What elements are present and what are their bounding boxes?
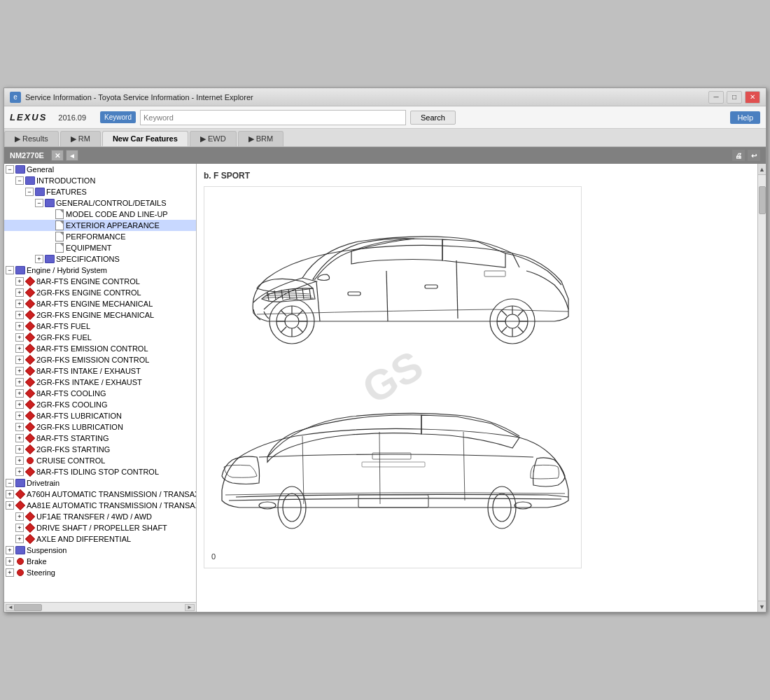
tree-item[interactable]: +8AR-FTS LUBRICATION [4, 410, 196, 421]
tree-item[interactable]: +AA81E AUTOMATIC TRANSMISSION / TRANSAXL… [4, 500, 196, 511]
tree-item[interactable]: −GENERAL/CONTROL/DETAILS [4, 197, 196, 209]
book-icon [45, 198, 55, 208]
minimize-button[interactable]: ─ [708, 91, 724, 104]
tree-item[interactable]: PERFORMANCE [4, 231, 196, 242]
tree-toggle-button[interactable]: + [15, 311, 24, 319]
tree-item[interactable]: +8AR-FTS EMISSION CONTROL [4, 343, 196, 354]
tab-brm[interactable]: ▶ BRM [238, 131, 284, 146]
keyword-button[interactable]: Keyword [100, 111, 136, 123]
tree-item[interactable]: +2GR-FKS EMISSION CONTROL [4, 354, 196, 365]
tree-item[interactable]: −General [4, 164, 196, 175]
tree-item-label: PERFORMANCE [66, 232, 126, 241]
tree-item[interactable]: +8AR-FTS IDLING STOP CONTROL [4, 466, 196, 477]
horizontal-scrollbar[interactable]: ◄ ► [4, 602, 196, 612]
tree-toggle-button[interactable]: + [15, 344, 24, 353]
tree-toggle-button[interactable]: + [15, 512, 24, 521]
tree-toggle-button[interactable]: + [35, 255, 43, 263]
tree-item[interactable]: MODEL CODE AND LINE-UP [4, 209, 196, 220]
svg-line-19 [518, 327, 524, 332]
tree-toggle-button[interactable]: − [6, 479, 14, 487]
tree-toggle-button[interactable]: + [15, 468, 24, 476]
tree-toggle-button[interactable]: − [15, 176, 24, 185]
tree-item[interactable]: +2GR-FKS ENGINE CONTROL [4, 287, 196, 298]
tree-toggle-button[interactable]: − [6, 165, 14, 174]
tree-item[interactable]: +A760H AUTOMATIC TRANSMISSION / TRANSAXL… [4, 489, 196, 500]
tree-toggle-button[interactable]: − [35, 199, 43, 207]
tree-toggle-button[interactable]: + [15, 356, 24, 364]
tree-item[interactable]: +UF1AE TRANSFER / 4WD / AWD [4, 511, 196, 522]
scroll-thumb[interactable] [14, 604, 42, 611]
tree-item[interactable]: +DRIVE SHAFT / PROPELLER SHAFT [4, 522, 196, 533]
tree-toggle-button[interactable]: + [6, 568, 14, 577]
tree-toggle-button[interactable]: − [6, 266, 14, 274]
tree-item[interactable]: +CRUISE CONTROL [4, 455, 196, 466]
tree-item[interactable]: −FEATURES [4, 186, 196, 197]
tree-toggle-button[interactable]: + [15, 322, 24, 330]
tree-toggle-button[interactable]: + [15, 412, 24, 420]
tree-item[interactable]: +2GR-FKS LUBRICATION [4, 421, 196, 433]
tree-toggle-button[interactable]: + [15, 288, 24, 297]
tree-item[interactable]: +Steering [4, 567, 196, 578]
doc-icon [55, 220, 64, 230]
scroll-thumb-right[interactable] [759, 186, 766, 214]
search-button[interactable]: Search [410, 111, 456, 125]
tree-item[interactable]: +8AR-FTS INTAKE / EXHAUST [4, 365, 196, 377]
browser-title: Service Information - Toyota Service Inf… [25, 93, 708, 102]
search-input[interactable] [140, 110, 406, 125]
scroll-right-arrow[interactable]: ► [185, 604, 195, 611]
tree-toggle-button[interactable]: + [6, 490, 14, 498]
tree-toggle-button[interactable]: + [15, 277, 24, 286]
tree-item[interactable]: +2GR-FKS INTAKE / EXHAUST [4, 377, 196, 388]
tree-item[interactable]: +8AR-FTS STARTING [4, 433, 196, 444]
doc-print-button[interactable]: 🖨 [732, 150, 745, 161]
tree-item[interactable]: +2GR-FKS STARTING [4, 444, 196, 455]
tree-item[interactable]: +2GR-FKS COOLING [4, 399, 196, 410]
tree-toggle-button[interactable]: + [15, 423, 24, 431]
doc-back-button[interactable]: ↩ [748, 150, 760, 161]
tree-toggle-button[interactable]: + [15, 445, 24, 454]
tree-toggle-button[interactable]: + [15, 367, 24, 375]
help-button[interactable]: Help [730, 111, 760, 124]
tree-toggle-button[interactable]: + [15, 434, 24, 442]
tree-toggle-button[interactable]: + [15, 389, 24, 398]
close-button[interactable]: ✕ [745, 91, 760, 104]
tree-item[interactable]: −Drivetrain [4, 477, 196, 489]
doc-close-button[interactable]: ✕ [51, 150, 64, 161]
tree-item[interactable]: +Brake [4, 556, 196, 567]
tree-toggle-button[interactable]: + [15, 333, 24, 342]
svg-rect-33 [362, 462, 425, 467]
tree-scroll[interactable]: −General−INTRODUCTION−FEATURES−GENERAL/C… [4, 164, 196, 602]
scroll-up-arrow[interactable]: ▲ [758, 164, 766, 175]
tree-item[interactable]: +8AR-FTS COOLING [4, 388, 196, 399]
maximize-button[interactable]: □ [727, 91, 742, 104]
tree-item[interactable]: +8AR-FTS FUEL [4, 321, 196, 332]
tree-item[interactable]: +Suspension [4, 545, 196, 556]
tree-toggle-button[interactable]: + [6, 557, 14, 566]
tree-item[interactable]: +2GR-FKS FUEL [4, 332, 196, 343]
tree-item[interactable]: +8AR-FTS ENGINE CONTROL [4, 276, 196, 287]
tab-results[interactable]: ▶ Results [4, 131, 59, 146]
tree-item[interactable]: −INTRODUCTION [4, 175, 196, 186]
tree-toggle-button[interactable]: + [15, 524, 24, 532]
tree-toggle-button[interactable]: + [15, 535, 24, 543]
tree-toggle-button[interactable]: + [15, 456, 24, 465]
tab-rm[interactable]: ▶ RM [60, 131, 101, 146]
tree-item[interactable]: EXTERIOR APPEARANCE [4, 220, 196, 231]
tree-toggle-button[interactable]: − [25, 188, 34, 196]
tree-item[interactable]: EQUIPMENT [4, 242, 196, 253]
tree-toggle-button[interactable]: + [15, 400, 24, 409]
tree-toggle-button[interactable]: + [6, 546, 14, 554]
tree-item[interactable]: −Engine / Hybrid System [4, 265, 196, 276]
tree-toggle-button[interactable]: + [15, 378, 24, 386]
tab-new-car-features[interactable]: New Car Features [102, 131, 188, 146]
doc-prev-button[interactable]: ◄ [66, 150, 78, 161]
tree-item[interactable]: +2GR-FKS ENGINE MECHANICAL [4, 309, 196, 321]
tab-ewd[interactable]: ▶ EWD [190, 131, 237, 146]
tree-toggle-button[interactable]: + [15, 300, 24, 308]
tree-item[interactable]: +8AR-FTS ENGINE MECHANICAL [4, 298, 196, 309]
tree-item[interactable]: +AXLE AND DIFFERENTIAL [4, 533, 196, 545]
content-scroll[interactable]: b. F SPORT GS [197, 164, 757, 612]
tree-item[interactable]: +SPECIFICATIONS [4, 253, 196, 265]
tree-toggle-button[interactable]: + [6, 501, 14, 510]
scroll-down-arrow[interactable]: ▼ [758, 601, 766, 612]
